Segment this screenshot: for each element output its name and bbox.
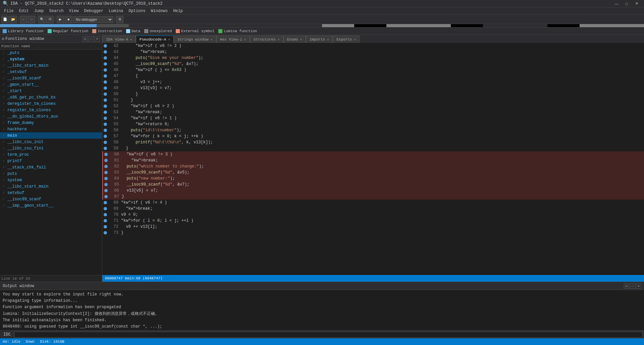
- tab-close-imports[interactable]: ✕: [327, 38, 329, 42]
- func-item[interactable]: ⁄setvbuf: [0, 190, 102, 196]
- func-name: printf: [7, 159, 22, 163]
- func-item[interactable]: ⁄deregister_tm_clones: [0, 100, 102, 107]
- func-item[interactable]: ⁄__libc_csu_fini: [0, 145, 102, 151]
- code-line: 43 "kw">break;: [102, 49, 644, 55]
- func-item[interactable]: ⁄_puts: [0, 50, 102, 56]
- line-number: 60: [109, 152, 119, 157]
- toolbar-open[interactable]: 📂: [9, 16, 17, 23]
- toolbar-search[interactable]: 🔍: [38, 16, 46, 23]
- tab-close-hex-view[interactable]: ✕: [244, 38, 246, 42]
- tab-enums[interactable]: Enums✕: [283, 36, 306, 43]
- toolbar-back[interactable]: ←: [20, 16, 27, 23]
- close-button[interactable]: ✕: [632, 1, 641, 7]
- menu-item-edit[interactable]: Edit: [16, 8, 32, 14]
- output-restore-button[interactable]: □: [630, 283, 635, 289]
- titlebar-title: IDA - QCTF_2018_stack2 C:\Users\Kazama\D…: [10, 1, 163, 6]
- tab-strings[interactable]: Strings window✕: [174, 36, 216, 43]
- func-item[interactable]: ⁄__isoc99_scanf: [0, 75, 102, 81]
- menu-item-view[interactable]: View: [66, 8, 82, 14]
- functions-close-button[interactable]: ✕: [95, 36, 100, 42]
- line-code-text: puts("Give me your number");: [121, 56, 203, 60]
- line-code-text: "kw">break;: [121, 110, 162, 115]
- code-line: 51 }: [102, 97, 644, 103]
- menu-item-jump[interactable]: Jump: [32, 8, 47, 14]
- output-float-button[interactable]: ⊡: [624, 283, 629, 289]
- tab-close-structures[interactable]: ✕: [278, 38, 280, 42]
- tab-label: Imports: [310, 38, 325, 42]
- toolbar-hex[interactable]: H: [46, 16, 54, 23]
- func-item[interactable]: ⁄main: [0, 132, 102, 139]
- func-item[interactable]: ⁄__libc_start_main: [0, 62, 102, 69]
- line-dot: [104, 135, 107, 138]
- func-item[interactable]: ⁄register_tm_clones: [0, 107, 102, 113]
- func-item[interactable]: ⁄__libc_csu_init: [0, 139, 102, 145]
- toolbar-forward[interactable]: →: [28, 16, 35, 23]
- func-item[interactable]: ⁄__libc_start_main: [0, 183, 102, 190]
- tab-imports[interactable]: Imports✕: [306, 36, 333, 43]
- func-item[interactable]: ⁄system: [0, 177, 102, 183]
- tab-close-enums[interactable]: ✕: [300, 38, 302, 42]
- nav-seg-black1: [354, 24, 386, 27]
- code-line: 47 {: [102, 73, 644, 79]
- func-item[interactable]: ⁄_setvbuf: [0, 69, 102, 75]
- tab-close-strings[interactable]: ✕: [211, 38, 213, 42]
- func-item[interactable]: ⁄__stack_chk_fail: [0, 164, 102, 170]
- functions-restore-button[interactable]: □: [89, 36, 94, 42]
- func-item[interactable]: ⁄_start: [0, 88, 102, 94]
- func-item[interactable]: ⁄_gmon_start__: [0, 81, 102, 88]
- func-item[interactable]: ⁄hackhere: [0, 126, 102, 132]
- line-code-text: "kw">if ( v6 != 1 ): [121, 116, 177, 121]
- code-lines: 42 "kw">if ( v6 != 2 )43 "kw">break;44 p…: [102, 43, 644, 236]
- tab-hex-view[interactable]: Hex View-1✕: [216, 36, 250, 43]
- tab-ida-view[interactable]: IDA View-A✕: [102, 36, 136, 43]
- debugger-select[interactable]: No debugger: [73, 16, 113, 23]
- tab-exports[interactable]: Exports✕: [333, 36, 360, 43]
- func-item[interactable]: ⁄frame_dummy: [0, 120, 102, 126]
- menu-item-lumina[interactable]: Lumina: [106, 8, 126, 14]
- code-line: 45 __isoc99_scanf("%d", &v7);: [102, 61, 644, 67]
- output-line: Function argument information has been p…: [3, 304, 641, 310]
- func-item[interactable]: ⁄__do_global_dtors_aux: [0, 113, 102, 120]
- func-item[interactable]: ⁄puts: [0, 170, 102, 177]
- code-scroll[interactable]: 42 "kw">if ( v6 != 2 )43 "kw">break;44 p…: [102, 43, 644, 275]
- output-header: Output window ⊡ □ ✕: [0, 282, 644, 290]
- menu-item-options[interactable]: Options: [126, 8, 148, 14]
- line-dot: [104, 68, 107, 72]
- minimize-button[interactable]: —: [612, 1, 621, 7]
- output-title: Output window: [3, 284, 34, 288]
- tab-close-exports[interactable]: ✕: [354, 38, 356, 42]
- toolbar-settings[interactable]: ⚙: [116, 16, 123, 23]
- tab-pseudocode[interactable]: Pseudocode-A✕: [136, 36, 174, 43]
- line-code-text: }: [121, 98, 133, 102]
- tab-close-ida-view[interactable]: ✕: [130, 38, 132, 42]
- menu-item-file[interactable]: File: [1, 8, 16, 14]
- func-item[interactable]: ⁄__isoc99_scanf: [0, 196, 102, 202]
- line-number: 43: [108, 50, 118, 54]
- line-code-text: puts("new number:");: [122, 176, 175, 181]
- func-item[interactable]: ⁄term_proc: [0, 151, 102, 158]
- line-code-text: "kw">if ( v6 > 2 ): [121, 104, 174, 109]
- line-number: 45: [108, 62, 118, 66]
- toolbar-stop[interactable]: ■: [65, 16, 72, 23]
- func-item[interactable]: ⁄_x86_get_pc_thunk_bx: [0, 94, 102, 100]
- func-item[interactable]: ⁄printf: [0, 158, 102, 164]
- menu-item-help[interactable]: Help: [170, 8, 185, 14]
- toolbar-new[interactable]: 📄: [1, 16, 9, 23]
- toolbar-play[interactable]: ▶: [57, 16, 64, 23]
- tab-close-pseudocode[interactable]: ✕: [168, 38, 170, 42]
- menu-item-debugger[interactable]: Debugger: [81, 8, 106, 14]
- line-number: 47: [108, 74, 118, 78]
- maximize-button[interactable]: □: [622, 1, 631, 7]
- code-area: 42 "kw">if ( v6 != 2 )43 "kw">break;44 p…: [102, 43, 644, 282]
- menu-item-windows[interactable]: Windows: [148, 8, 170, 14]
- menu-item-search[interactable]: Search: [46, 8, 66, 14]
- func-item[interactable]: ⁄__imp__gmon_start__: [0, 202, 102, 209]
- line-code-text: __isoc99_scanf("%d", &v5);: [122, 170, 190, 175]
- func-item[interactable]: ⁄_system: [0, 56, 102, 62]
- line-dot: [104, 74, 107, 78]
- func-icon: ⁄: [1, 191, 6, 195]
- tab-structures[interactable]: Structures✕: [250, 36, 283, 43]
- functions-float-button[interactable]: ⊡: [83, 36, 88, 42]
- idc-input[interactable]: [14, 332, 643, 338]
- output-close-button[interactable]: ✕: [636, 283, 641, 289]
